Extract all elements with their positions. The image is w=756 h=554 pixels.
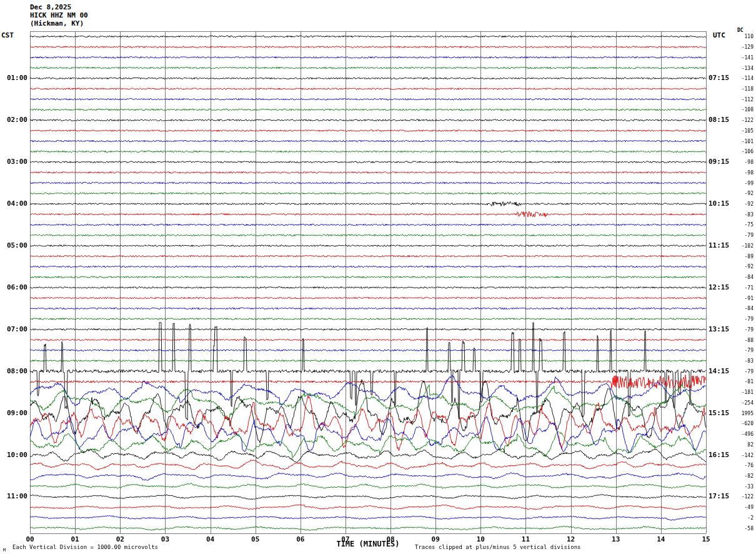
cst-tick-label: 09:00 — [0, 409, 27, 417]
utc-tick-label: 10:15 — [709, 199, 729, 208]
dc-value: -122 — [732, 118, 754, 123]
dc-value: -91 — [732, 296, 754, 301]
dc-value: -141 — [732, 55, 754, 61]
dc-value: -76 — [732, 463, 754, 468]
dc-value: -122 — [732, 494, 754, 500]
dc-value: -181 — [732, 390, 754, 395]
dc-value: -81 — [732, 379, 754, 385]
dc-value: -99 — [732, 181, 754, 186]
dc-value: -71 — [732, 285, 754, 291]
utc-tick-label: 07:15 — [709, 74, 729, 82]
dc-value: -92 — [732, 264, 754, 269]
cst-tick-label: 01:00 — [0, 74, 27, 82]
dc-value: -79 — [732, 233, 754, 238]
cst-tick-label: 03:00 — [0, 158, 27, 166]
footer-clip-note: Traces clipped at plus/minus 5 vertical … — [415, 544, 581, 550]
utc-tick-label: 11:15 — [709, 241, 729, 249]
dc-value: -112 — [732, 97, 754, 103]
dc-value: -98 — [732, 170, 754, 176]
utc-tick-label: 13:15 — [709, 325, 729, 333]
dc-value: -254 — [732, 400, 754, 406]
utc-tick-label: 09:15 — [709, 158, 729, 166]
dc-value: 1995 — [732, 411, 754, 416]
utc-tick-label: 14:15 — [709, 367, 729, 375]
cst-tick-label: 06:00 — [0, 283, 27, 291]
dc-value: -134 — [732, 66, 754, 71]
axis-labels-layer: 110-129-141-13401:0007:15-114-118-112-10… — [0, 0, 756, 554]
dc-value: -33 — [732, 484, 754, 490]
dc-value: -102 — [732, 243, 754, 249]
dc-value: -79 — [732, 369, 754, 375]
dc-value: -49 — [732, 505, 754, 510]
corner-mark: M — [3, 548, 6, 553]
cst-tick-label: 04:00 — [0, 199, 27, 208]
dc-value: -106 — [732, 149, 754, 154]
utc-tick-label: 16:15 — [709, 451, 729, 459]
footer-scale-note: Each Vertical Division = 1000.00 microvo… — [12, 544, 158, 550]
dc-value: -101 — [732, 139, 754, 144]
utc-tick-label: 12:15 — [709, 283, 729, 291]
utc-tick-label: 08:15 — [709, 116, 729, 124]
dc-value: -108 — [732, 107, 754, 113]
dc-value: -2 — [732, 515, 754, 521]
dc-value: -82 — [732, 473, 754, 479]
dc-value: -129 — [732, 44, 754, 50]
dc-value: -118 — [732, 86, 754, 92]
cst-tick-label: 07:00 — [0, 325, 27, 333]
dc-value: -620 — [732, 421, 754, 426]
dc-value: -105 — [732, 128, 754, 134]
dc-value: -79 — [732, 316, 754, 322]
dc-value: -92 — [732, 201, 754, 207]
utc-tick-label: 17:15 — [709, 492, 729, 500]
dc-value: -58 — [732, 526, 754, 531]
cst-tick-label: 08:00 — [0, 367, 27, 375]
dc-value: 110 — [732, 34, 754, 39]
dc-value: -89 — [732, 254, 754, 259]
dc-value: -84 — [732, 306, 754, 311]
helicorder-page: Dec 8,2025 HICK HHZ NM 00 (Hickman, KY) … — [0, 0, 756, 554]
dc-value: -496 — [732, 431, 754, 437]
dc-value: -92 — [732, 191, 754, 196]
cst-tick-label: 05:00 — [0, 241, 27, 249]
dc-value: -83 — [732, 212, 754, 218]
dc-value: -75 — [732, 222, 754, 228]
cst-tick-label: 02:00 — [0, 116, 27, 124]
dc-value: -84 — [732, 274, 754, 280]
dc-value: 82 — [732, 442, 754, 448]
dc-value: -114 — [732, 76, 754, 81]
dc-value: -79 — [732, 327, 754, 333]
dc-value: -98 — [732, 159, 754, 165]
cst-tick-label: 10:00 — [0, 451, 27, 459]
dc-value: -83 — [732, 358, 754, 364]
utc-tick-label: 15:15 — [709, 409, 729, 417]
dc-value: -88 — [732, 338, 754, 343]
cst-tick-label: 11:00 — [0, 492, 27, 500]
dc-value: -142 — [732, 453, 754, 458]
dc-value: -79 — [732, 348, 754, 353]
